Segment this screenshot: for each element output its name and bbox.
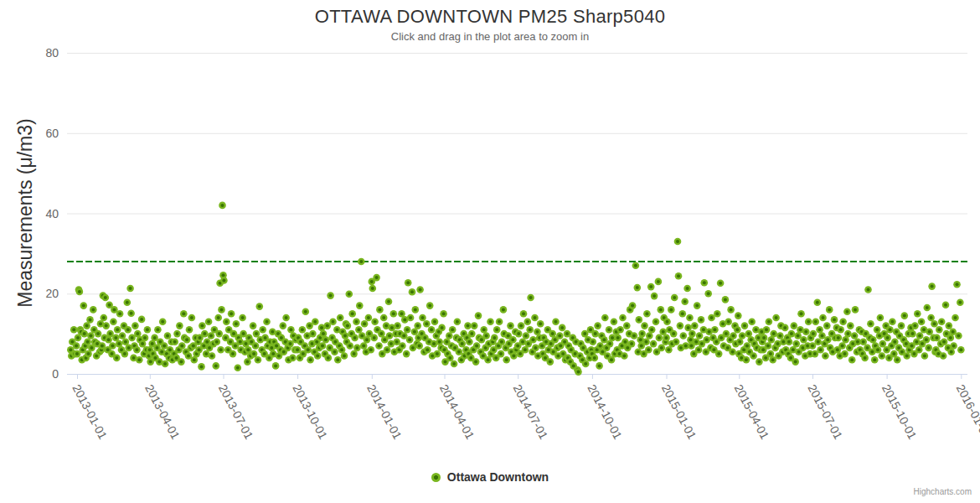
data-point-core [822,316,825,319]
data-point-core [756,336,760,340]
data-point-core [669,308,673,311]
data-point-core [452,362,456,366]
data-point-core [532,338,535,341]
data-point-core [116,328,119,331]
data-point-core [218,332,221,335]
data-point-core [115,356,118,360]
data-point-core [176,332,179,335]
data-point-core [771,358,775,361]
data-point-core [668,328,671,331]
data-point-core [954,316,957,319]
data-point-core [261,328,265,331]
data-point-core [705,338,709,341]
data-point-core [589,328,592,331]
data-point-core [307,348,310,351]
data-point-core [878,334,881,338]
data-point-core [803,355,807,358]
data-point-core [942,340,946,344]
data-point-core [667,348,670,351]
data-point-core [263,352,266,355]
data-point-core [792,324,796,328]
data-point-core [396,324,400,328]
data-point-core [645,312,648,315]
data-point-core [433,320,436,324]
data-point-core [328,346,332,350]
data-point-core [348,293,351,296]
data-point-core [879,316,882,319]
data-point-core [495,328,498,331]
data-point-core [160,350,163,354]
data-point-core [112,308,116,311]
data-point-core [831,350,834,354]
data-point-core [509,324,513,328]
data-point-core [400,345,404,348]
data-point-core [745,345,749,348]
data-point-core [767,320,771,324]
data-point-core [854,308,857,311]
data-point-core [725,332,728,335]
data-point-core [336,358,339,361]
data-point-core [641,332,644,335]
data-point-core [200,324,204,328]
data-point-core [925,338,928,341]
data-point-core [86,340,90,344]
data-point-core [750,320,754,324]
data-point-core [683,300,687,303]
data-point-core [703,281,706,284]
data-point-core [95,342,99,345]
data-point-core [577,371,580,374]
legend-item-ottawa-downtown[interactable]: Ottawa Downtown [431,470,549,484]
data-point-core [146,328,149,331]
data-point-core [930,316,933,319]
data-point-core [719,282,722,285]
data-point-core [382,316,385,319]
data-point-core [581,346,585,350]
data-point-core [658,336,661,340]
data-point-core [915,340,918,344]
series-ottawa-downtown[interactable] [67,202,965,376]
data-point-core [772,332,776,335]
data-point-core [740,334,744,338]
legend-marker-icon [431,473,441,482]
data-point-core [311,332,314,335]
data-point-core [923,355,926,358]
data-point-core [326,324,329,328]
data-point-core [546,328,549,331]
data-point-core [430,328,433,331]
data-point-core [475,345,478,348]
data-point-core [284,340,287,344]
x-axis-label: 2014-10-01 [585,382,625,442]
data-point-core [111,345,114,348]
data-point-core [920,320,923,324]
data-point-core [715,312,719,315]
data-point-core [572,364,575,367]
data-point-core [807,320,810,324]
data-point-core [241,316,245,319]
data-point-core [607,328,611,331]
data-point-core [802,338,805,341]
data-point-core [781,340,785,344]
plot-area[interactable]: 0204060802013-01-012013-04-012013-07-012… [0,0,980,503]
data-point-core [867,288,870,292]
data-point-core [652,342,655,345]
data-point-core [945,332,948,335]
chart-subtitle: Click and drag in the plot area to zoom … [0,30,980,43]
data-point-core [149,360,152,364]
data-point-core [242,332,245,335]
data-point-core [645,340,648,344]
data-point-core [182,312,185,315]
x-axis-label: 2013-07-01 [216,382,256,442]
data-point-core [694,340,698,344]
data-point-core [214,364,218,367]
data-point-core [632,334,636,338]
data-point-core [777,355,781,358]
highcharts-credits-link[interactable]: Highcharts.com [914,487,972,496]
data-point-core [498,320,501,324]
data-point-core [596,324,600,328]
data-point-core [808,352,812,355]
data-point-core [445,340,448,344]
data-point-core [817,340,820,344]
data-point-core [761,348,765,351]
data-point-core [385,348,389,351]
data-point-core [441,326,444,329]
